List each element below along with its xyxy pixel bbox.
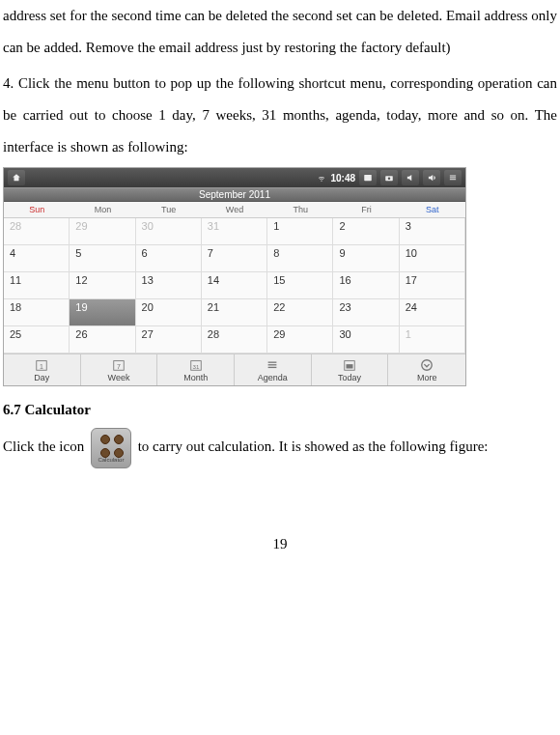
calendar-month-title: September 2011 xyxy=(4,187,465,202)
calendar-cell[interactable]: 22 xyxy=(267,299,333,326)
calendar-cell[interactable]: 16 xyxy=(333,272,399,299)
tab-day[interactable]: 1 Day xyxy=(4,354,81,385)
calendar-cell[interactable]: 18 xyxy=(4,299,70,326)
tab-today[interactable]: Today xyxy=(312,354,389,385)
dow-thu: Thu xyxy=(267,202,333,217)
calculator-icon-label: Calculator xyxy=(92,454,130,466)
svg-text:7: 7 xyxy=(117,363,121,370)
calendar-cell[interactable]: 23 xyxy=(333,299,399,326)
calendar-cell[interactable]: 29 xyxy=(70,218,135,245)
dow-sat: Sat xyxy=(400,202,465,217)
menu-icon[interactable] xyxy=(444,170,462,185)
paragraph-email: address set for the second time can be d… xyxy=(3,0,557,64)
svg-rect-5 xyxy=(450,179,456,180)
calendar-cell[interactable]: 26 xyxy=(70,326,135,353)
calendar-cell[interactable]: 1 xyxy=(400,326,465,353)
calendar-cell[interactable]: 1 xyxy=(267,218,333,245)
svg-text:31: 31 xyxy=(192,363,199,370)
day-icon: 1 xyxy=(4,358,80,372)
tab-more[interactable]: More xyxy=(388,354,465,385)
status-time: 10:48 xyxy=(330,173,355,184)
calendar-tabs: 1 Day 7 Week 31 Month Agenda Today More xyxy=(4,353,465,385)
calendar-cell[interactable]: 19 xyxy=(70,299,135,326)
calendar-cell[interactable]: 9 xyxy=(333,245,399,272)
calendar-cell[interactable]: 14 xyxy=(202,272,267,299)
home-icon[interactable] xyxy=(8,170,25,185)
calculator-paragraph: Click the icon Calculator to carry out c… xyxy=(3,428,557,468)
wifi-icon xyxy=(317,173,326,183)
svg-rect-4 xyxy=(450,177,456,178)
calendar-cell[interactable]: 28 xyxy=(202,326,267,353)
svg-rect-13 xyxy=(268,364,277,365)
calendar-cell[interactable]: 11 xyxy=(4,272,70,299)
dow-fri: Fri xyxy=(333,202,399,217)
tab-month-label: Month xyxy=(157,373,234,382)
calendar-cell[interactable]: 17 xyxy=(400,272,465,299)
calendar-grid: 2829303112345678910111213141516171819202… xyxy=(4,218,465,353)
calendar-cell[interactable]: 2 xyxy=(333,218,399,245)
today-icon xyxy=(312,358,388,372)
calendar-cell[interactable]: 28 xyxy=(4,218,70,245)
week-icon: 7 xyxy=(81,358,157,372)
svg-point-2 xyxy=(388,177,391,180)
calendar-cell[interactable]: 21 xyxy=(202,299,267,326)
calendar-cell[interactable]: 29 xyxy=(267,326,333,353)
calendar-cell[interactable]: 31 xyxy=(202,218,267,245)
svg-rect-3 xyxy=(450,176,456,177)
calendar-cell[interactable]: 24 xyxy=(400,299,465,326)
svg-rect-16 xyxy=(346,364,352,368)
calendar-cell[interactable]: 20 xyxy=(136,299,202,326)
calendar-cell[interactable]: 27 xyxy=(136,326,202,353)
calendar-screenshot: 10:48 September 2011 Sun Mon Tue Wed Thu… xyxy=(3,167,466,386)
calendar-cell[interactable]: 6 xyxy=(136,245,202,272)
calendar-cell[interactable]: 15 xyxy=(267,272,333,299)
calendar-cell[interactable]: 30 xyxy=(333,326,399,353)
calendar-cell[interactable]: 4 xyxy=(4,245,70,272)
agenda-icon xyxy=(235,358,311,372)
calc-text-post: to carry out calculation. It is showed a… xyxy=(138,438,489,454)
tab-week[interactable]: 7 Week xyxy=(81,354,158,385)
camera-icon[interactable] xyxy=(380,170,398,185)
calendar-cell[interactable]: 5 xyxy=(70,245,135,272)
dow-sun: Sun xyxy=(4,202,70,217)
calendar-cell[interactable]: 12 xyxy=(70,272,135,299)
calendar-cell[interactable]: 3 xyxy=(400,218,465,245)
day-of-week-header: Sun Mon Tue Wed Thu Fri Sat xyxy=(4,202,465,218)
svg-rect-14 xyxy=(268,367,277,368)
calendar-cell[interactable]: 7 xyxy=(202,245,267,272)
tab-today-label: Today xyxy=(312,373,388,382)
tab-month[interactable]: 31 Month xyxy=(157,354,235,385)
dow-mon: Mon xyxy=(70,202,135,217)
page-number: 19 xyxy=(3,536,557,552)
calendar-cell[interactable]: 8 xyxy=(267,245,333,272)
calculator-icon[interactable]: Calculator xyxy=(91,428,131,468)
paragraph-menu: 4. Click the menu button to pop up the f… xyxy=(3,68,557,163)
heading-calculator: 6.7 Calculator xyxy=(3,402,557,418)
capture-icon[interactable] xyxy=(359,170,377,185)
svg-text:1: 1 xyxy=(40,363,43,370)
dow-wed: Wed xyxy=(202,202,267,217)
svg-rect-12 xyxy=(268,362,277,363)
status-bar: 10:48 xyxy=(4,168,465,187)
volume-up-icon[interactable] xyxy=(423,170,440,185)
calendar-cell[interactable]: 30 xyxy=(136,218,202,245)
calendar-cell[interactable]: 25 xyxy=(4,326,70,353)
tab-week-label: Week xyxy=(81,373,157,382)
tab-agenda-label: Agenda xyxy=(235,373,311,382)
tab-day-label: Day xyxy=(4,373,80,382)
volume-down-icon[interactable] xyxy=(402,170,419,185)
calc-text-pre: Click the icon xyxy=(3,438,88,454)
svg-rect-0 xyxy=(364,175,372,181)
tab-more-label: More xyxy=(388,373,465,382)
tab-agenda[interactable]: Agenda xyxy=(235,354,312,385)
calendar-cell[interactable]: 13 xyxy=(136,272,202,299)
calendar-cell[interactable]: 10 xyxy=(400,245,465,272)
svg-point-17 xyxy=(422,360,433,371)
dow-tue: Tue xyxy=(136,202,202,217)
more-icon xyxy=(388,358,465,372)
month-icon: 31 xyxy=(157,358,234,372)
